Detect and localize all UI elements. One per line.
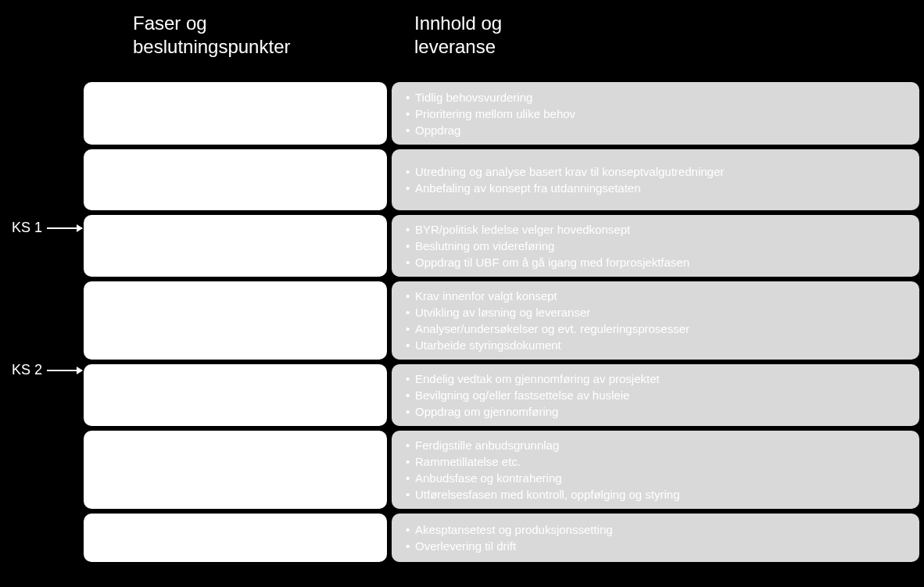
content-item: Oppdrag til UBF om å gå igang med forpro… xyxy=(415,254,908,270)
content-item: Overlevering til drift xyxy=(415,538,908,554)
phase-block xyxy=(84,149,387,210)
ks2-marker: KS 2 xyxy=(12,362,82,378)
content-item: Ferdigstille anbudsgrunnlag xyxy=(415,437,908,453)
phase-row: Ferdigstille anbudsgrunnlag Rammetillate… xyxy=(84,431,919,509)
phase-block xyxy=(84,431,387,509)
content-item: BYR/politisk ledelse velger hovedkonsept xyxy=(415,221,908,238)
phase-block xyxy=(84,215,387,277)
header-content-line2: leveranse xyxy=(414,36,496,57)
content-item: Beslutning om videreføring xyxy=(415,238,908,254)
content-item: Utredning og analyse basert krav til kon… xyxy=(415,163,908,180)
phase-block xyxy=(84,514,387,562)
content-item: Endelig vedtak om gjennomføring av prosj… xyxy=(415,370,908,387)
content-block: BYR/politisk ledelse velger hovedkonsept… xyxy=(392,215,919,277)
header-phases: Faser og beslutningspunkter xyxy=(133,12,290,59)
content-item: Krav innenfor valgt konsept xyxy=(415,288,908,304)
phase-row: Akesptansetest og produksjonssetting Ove… xyxy=(84,514,919,562)
content-item: Utførelsesfasen med kontroll, oppfølging… xyxy=(415,486,908,503)
ks1-label: KS 1 xyxy=(12,220,42,236)
header-phases-line2: beslutningspunkter xyxy=(133,36,290,57)
content-block: Krav innenfor valgt konsept Utvikling av… xyxy=(392,281,919,360)
content-item: Utvikling av løsning og leveranser xyxy=(415,304,908,320)
phase-row: Tidlig behovsvurdering Prioritering mell… xyxy=(84,82,919,145)
content-item: Analyser/undersøkelser og evt. regulerin… xyxy=(415,320,908,337)
phase-block xyxy=(84,281,387,360)
phase-row: Krav innenfor valgt konsept Utvikling av… xyxy=(84,281,919,360)
ks1-marker: KS 1 xyxy=(12,220,82,236)
content-block: Akesptansetest og produksjonssetting Ove… xyxy=(392,514,919,562)
arrow-icon xyxy=(47,370,82,371)
phase-block xyxy=(84,364,387,426)
arrow-icon xyxy=(47,227,82,229)
diagram-container: Tidlig behovsvurdering Prioritering mell… xyxy=(84,82,919,567)
content-block: Ferdigstille anbudsgrunnlag Rammetillate… xyxy=(392,431,919,509)
phase-block xyxy=(84,82,387,145)
content-item: Oppdrag om gjennomføring xyxy=(415,403,908,420)
content-item: Oppdrag xyxy=(415,122,908,138)
content-item: Rammetillatelse etc. xyxy=(415,453,908,470)
header-phases-line1: Faser og xyxy=(133,13,207,34)
phase-row: BYR/politisk ledelse velger hovedkonsept… xyxy=(84,215,919,277)
content-item: Utarbeide styringsdokument xyxy=(415,337,908,353)
content-block: Utredning og analyse basert krav til kon… xyxy=(392,149,919,210)
header-content-line1: Innhold og xyxy=(414,13,502,34)
content-block: Endelig vedtak om gjennomføring av prosj… xyxy=(392,364,919,426)
content-item: Bevilgning og/eller fastsettelse av husl… xyxy=(415,387,908,403)
content-item: Anbudsfase og kontrahering xyxy=(415,470,908,486)
ks2-label: KS 2 xyxy=(12,362,42,378)
header-content: Innhold og leveranse xyxy=(414,12,502,59)
content-item: Anbefaling av konsept fra utdanningsetat… xyxy=(415,180,908,196)
phase-row: Utredning og analyse basert krav til kon… xyxy=(84,149,919,210)
phase-row: Endelig vedtak om gjennomføring av prosj… xyxy=(84,364,919,426)
content-item: Akesptansetest og produksjonssetting xyxy=(415,521,908,538)
content-item: Tidlig behovsvurdering xyxy=(415,89,908,106)
content-block: Tidlig behovsvurdering Prioritering mell… xyxy=(392,82,919,145)
content-item: Prioritering mellom ulike behov xyxy=(415,106,908,122)
